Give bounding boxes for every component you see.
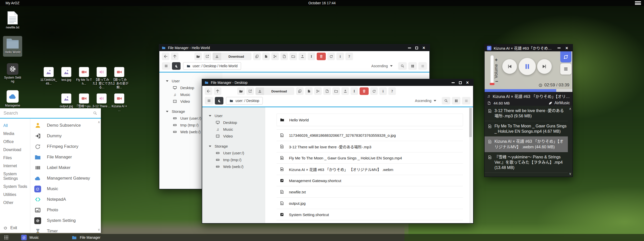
sidebar-group-storage[interactable]: Storage xyxy=(202,143,265,150)
exit-button[interactable]: Exit xyxy=(3,226,17,230)
file-row[interactable]: Hello World xyxy=(277,114,463,126)
desktop-icon-file[interactable]: 【歌ってみた】愛にできる... xyxy=(93,67,111,89)
volume-slider-thumb[interactable] xyxy=(490,83,494,85)
app-item-ffmpeg-factory[interactable]: FFmpeg Factory xyxy=(30,141,101,152)
desktop-icon-file[interactable]: 3-12 There ... xyxy=(93,93,111,108)
properties-button[interactable]: i xyxy=(379,87,387,95)
refresh-button[interactable] xyxy=(370,87,378,95)
title-bar[interactable]: File Manager - Desktop × xyxy=(202,79,473,86)
file-row[interactable]: output.jpg xyxy=(277,198,463,209)
refresh-button[interactable] xyxy=(327,53,335,60)
paste-button[interactable] xyxy=(305,87,313,95)
airmusic-button[interactable]: AirMusic xyxy=(548,101,570,105)
desktop-icon-file[interactable]: Kizuna AI × ... xyxy=(110,93,128,112)
desktop-icon-file[interactable]: 117346026_49... xyxy=(40,67,58,86)
copy-button[interactable] xyxy=(253,53,261,60)
sidebar-group-user[interactable]: User xyxy=(202,112,265,119)
title-bar[interactable]: Kizuna AI × 花譜 #63「かりそめ」【... × xyxy=(485,45,572,51)
sidebar-item-tmp-drive[interactable]: tmp (tmp:/) xyxy=(202,156,265,163)
file-row[interactable]: 3-12 There will be love there -愛のある場所-.m… xyxy=(277,141,463,152)
maximize-button[interactable] xyxy=(415,47,418,49)
desktop-icon-management-gateway[interactable]: Manageme xyxy=(4,90,22,108)
playlist-button[interactable] xyxy=(560,63,571,75)
properties-button[interactable]: i xyxy=(336,53,344,60)
back-button[interactable] xyxy=(162,53,169,60)
help-button[interactable]: ? xyxy=(388,87,396,95)
playlist-item[interactable]: 『雪峰 ～yukimine～ Piano & Strings Ver.』を歌って… xyxy=(485,152,568,173)
app-item-notepada[interactable]: NotepadA xyxy=(30,194,101,205)
sidebar-item-desktop[interactable]: Desktop xyxy=(202,119,265,126)
delete-button[interactable] xyxy=(317,53,326,60)
minimize-button[interactable] xyxy=(558,48,561,48)
scroll-down-icon[interactable]: ∨ xyxy=(569,172,571,176)
sort-order-select[interactable]: Ascending xyxy=(371,64,393,68)
scroll-down-icon[interactable]: ∨ xyxy=(98,228,100,231)
category-internet[interactable]: Internet xyxy=(0,162,30,170)
scrollbar-thumb[interactable] xyxy=(469,108,472,137)
upload-button[interactable] xyxy=(341,87,349,95)
cut-button[interactable] xyxy=(314,87,322,95)
dark-mode-button[interactable] xyxy=(215,97,223,105)
up-button[interactable] xyxy=(214,87,221,95)
app-item-file-manager[interactable]: File Manager xyxy=(30,152,101,162)
minimize-button[interactable] xyxy=(452,82,455,83)
app-item-system-setting[interactable]: System Setting xyxy=(30,215,101,226)
volume-down-button[interactable]: − xyxy=(495,79,498,84)
category-media[interactable]: Media xyxy=(0,130,30,138)
list-view-button[interactable] xyxy=(462,97,471,105)
dark-mode-button[interactable] xyxy=(172,62,181,70)
desktop-icon-file[interactable]: 『雪峰〜yu... xyxy=(75,93,93,108)
desktop-icon-system-setting[interactable]: System Setting xyxy=(4,63,22,83)
app-launcher-button[interactable] xyxy=(4,235,9,240)
new-file-button[interactable] xyxy=(280,53,288,60)
title-bar[interactable]: File Manager - Hello World × xyxy=(159,45,429,51)
new-folder-button[interactable] xyxy=(289,53,297,60)
rename-button[interactable]: I xyxy=(308,53,315,60)
scroll-up-icon[interactable]: ∧ xyxy=(569,107,571,111)
sidebar-item-video[interactable]: Video xyxy=(202,133,265,140)
sidebar-item-music[interactable]: ♫Music xyxy=(202,126,265,133)
list-view-button[interactable] xyxy=(418,62,427,70)
category-utilities[interactable]: Utilities xyxy=(0,191,30,199)
new-file-button[interactable] xyxy=(323,87,331,95)
taskbar-item-music[interactable]: Music xyxy=(21,235,39,240)
new-folder-button[interactable] xyxy=(332,87,340,95)
scroll-up-icon[interactable]: ∧ xyxy=(98,120,100,124)
playlist-item[interactable]: Fly Me To The Moon _ Gawr Gura Sings _ H… xyxy=(485,121,568,136)
app-item-timer[interactable]: Timer xyxy=(30,226,101,233)
progress-bar[interactable] xyxy=(485,89,572,92)
volume-slider[interactable] xyxy=(490,55,494,85)
app-item-demo-subservice[interactable]: Demo Subservice xyxy=(30,120,101,131)
up-button[interactable] xyxy=(171,53,179,60)
back-button[interactable] xyxy=(205,87,212,95)
download-button[interactable]: Download xyxy=(213,53,251,60)
sidebar-item-user-drive[interactable]: User (user:/) xyxy=(202,150,265,156)
menu-button[interactable] xyxy=(205,97,213,105)
file-row[interactable]: Fly Me To The Moon _ Gawr Gura Sings _ H… xyxy=(277,152,463,164)
open-in-new-window-button[interactable] xyxy=(203,53,211,60)
minimize-button[interactable] xyxy=(408,48,411,48)
playlist-item[interactable]: 3-12 There will be love there -愛のある場所-.m… xyxy=(485,106,568,121)
close-button[interactable]: × xyxy=(466,80,469,85)
desktop-icon-file[interactable]: test.jpg xyxy=(57,67,75,82)
search-input[interactable] xyxy=(4,111,93,116)
breadcrumb[interactable]: user: / Desktop / Hello World xyxy=(183,62,241,70)
category-download[interactable]: Download xyxy=(0,146,30,154)
breadcrumb[interactable]: user: / Desktop xyxy=(226,97,263,105)
desktop-icon-newfile[interactable]: newfile.txt xyxy=(4,11,22,29)
maximize-button[interactable] xyxy=(459,81,462,84)
app-item-label-maker[interactable]: Label Maker xyxy=(30,162,101,173)
file-row[interactable]: Management Gateway.shortcut xyxy=(277,175,463,186)
menu-button[interactable] xyxy=(162,62,170,70)
category-system-settings[interactable]: System Settings xyxy=(0,170,30,183)
search-button[interactable] xyxy=(442,97,450,105)
next-track-button[interactable] xyxy=(537,59,552,74)
desktop-icon-file[interactable]: output.jpg xyxy=(57,93,75,108)
scrollbar[interactable] xyxy=(469,107,472,223)
file-row[interactable]: Kizuna AI × 花譜 #63 「かりそめ」 【オリジナルMV】 .web… xyxy=(277,164,463,175)
category-files[interactable]: Files xyxy=(0,154,30,162)
previous-track-button[interactable] xyxy=(502,59,517,74)
close-button[interactable]: × xyxy=(565,46,568,50)
download-button[interactable]: Download xyxy=(255,87,294,95)
file-row[interactable]: 117346026_4968186883206677_3276783073763… xyxy=(277,130,463,141)
